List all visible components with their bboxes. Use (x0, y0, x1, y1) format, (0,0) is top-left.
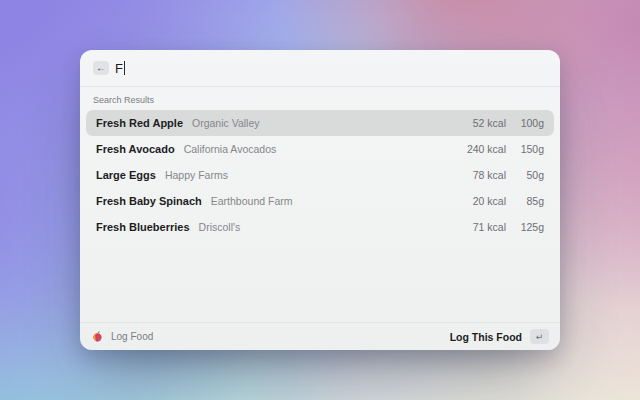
footer-bar: Log Food Log This Food ↵ (80, 323, 560, 350)
enter-key-badge[interactable]: ↵ (530, 329, 549, 344)
food-weight: 150g (514, 143, 544, 155)
food-kcal: 71 kcal (454, 221, 506, 233)
food-name: Fresh Avocado (96, 143, 175, 155)
empty-space (80, 240, 560, 322)
food-name: Large Eggs (96, 169, 156, 181)
return-key-icon: ↵ (536, 332, 544, 342)
food-weight: 100g (514, 117, 544, 129)
food-kcal: 240 kcal (454, 143, 506, 155)
food-search-palette-window: ← F Search Results Fresh Red Apple Organ… (80, 50, 560, 350)
primary-action-label[interactable]: Log This Food (450, 331, 522, 343)
footer-context-label: Log Food (111, 331, 153, 342)
result-row[interactable]: Fresh Blueberries Driscoll's 71 kcal 125… (86, 214, 554, 240)
food-brand: Organic Valley (192, 117, 260, 129)
food-kcal: 78 kcal (454, 169, 506, 181)
food-kcal: 20 kcal (454, 195, 506, 207)
apple-app-icon (91, 330, 104, 343)
food-weight: 85g (514, 195, 544, 207)
food-brand: Earthbound Farm (211, 195, 293, 207)
text-caret (124, 61, 126, 75)
results-list: Fresh Red Apple Organic Valley 52 kcal 1… (80, 110, 560, 240)
back-button[interactable]: ← (93, 61, 109, 75)
search-query-text: F (115, 61, 123, 76)
result-row[interactable]: Fresh Avocado California Avocados 240 kc… (86, 136, 554, 162)
food-name: Fresh Red Apple (96, 117, 183, 129)
food-brand: Happy Farms (165, 169, 228, 181)
search-input[interactable]: F (115, 61, 125, 76)
food-weight: 50g (514, 169, 544, 181)
food-name: Fresh Blueberries (96, 221, 190, 233)
food-weight: 125g (514, 221, 544, 233)
food-kcal: 52 kcal (454, 117, 506, 129)
food-brand: California Avocados (184, 143, 277, 155)
search-bar[interactable]: ← F (80, 50, 560, 86)
result-row[interactable]: Fresh Red Apple Organic Valley 52 kcal 1… (86, 110, 554, 136)
food-brand: Driscoll's (199, 221, 241, 233)
desktop-background: ← F Search Results Fresh Red Apple Organ… (0, 0, 640, 400)
arrow-left-icon: ← (96, 63, 106, 73)
food-name: Fresh Baby Spinach (96, 195, 202, 207)
result-row[interactable]: Fresh Baby Spinach Earthbound Farm 20 kc… (86, 188, 554, 214)
result-row[interactable]: Large Eggs Happy Farms 78 kcal 50g (86, 162, 554, 188)
results-section-label: Search Results (80, 87, 560, 110)
